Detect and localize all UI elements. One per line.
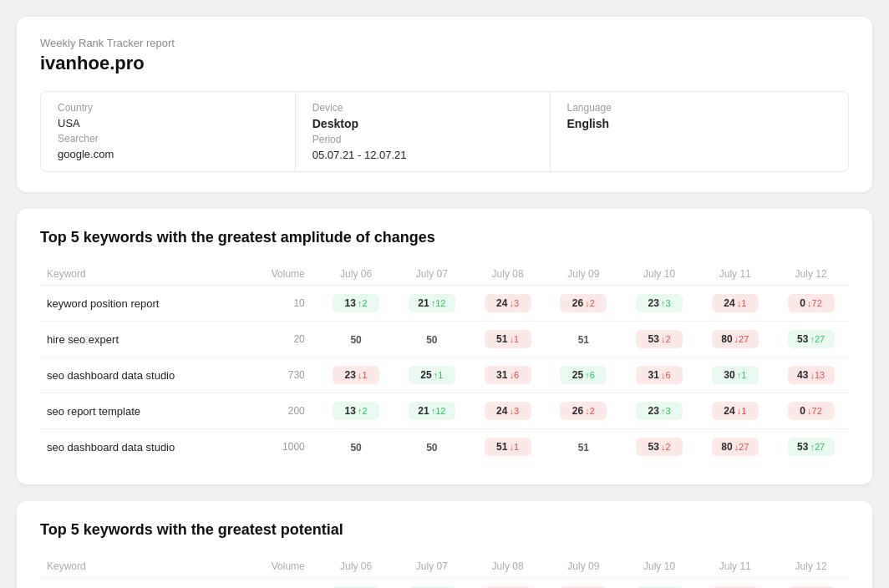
cell-green: 53 ↑27 xyxy=(788,330,835,348)
cell-green: 13 ↑2 xyxy=(333,402,379,420)
table-row: keyword position report10 13 ↑2 21 ↑12 2… xyxy=(40,578,849,589)
table-row: seo dashboard data studio730 23 ↓1 25 ↑1… xyxy=(40,357,849,393)
data-cell-2: 51 ↓1 xyxy=(470,429,546,465)
data-cell-1: 21 ↑12 xyxy=(394,578,470,589)
cell-plain: 50 xyxy=(409,442,455,454)
potential-header-row: Keyword Volume July 06 July 07 July 08 J… xyxy=(40,555,849,578)
searcher-value: google.com xyxy=(58,148,278,160)
data-cell-1: 21 ↑12 xyxy=(394,393,470,429)
cell-red: 80 ↓27 xyxy=(712,330,759,348)
cell-red: 26 ↓2 xyxy=(560,294,607,312)
col-keyword: Keyword xyxy=(40,263,251,286)
data-cell-0: 13 ↑2 xyxy=(318,286,394,322)
cell-red: 43 ↓13 xyxy=(788,366,835,384)
keyword-cell: hire seo expert xyxy=(40,322,251,357)
volume-cell: 20 xyxy=(251,322,318,357)
table-row: seo report template200 13 ↑2 21 ↑12 24 ↓… xyxy=(40,393,849,429)
report-subtitle: Weekly Rank Tracker report xyxy=(40,37,849,49)
data-cell-6: 0 ↓72 xyxy=(773,393,849,429)
data-cell-3: 51 xyxy=(546,429,622,465)
data-cell-6: 0 ↓72 xyxy=(773,578,849,589)
report-header-card: Weekly Rank Tracker report ivanhoe.pro C… xyxy=(17,17,872,192)
data-cell-4: 53 ↓2 xyxy=(622,322,698,357)
data-cell-4: 23 ↑3 xyxy=(622,393,698,429)
meta-language: Language English xyxy=(551,92,849,171)
data-cell-2: 51 ↓1 xyxy=(470,322,546,357)
keyword-cell: seo dashboard data studio xyxy=(40,357,251,393)
potential-title: Top 5 keywords with the greatest potenti… xyxy=(40,521,849,539)
data-cell-5: 30 ↑1 xyxy=(697,357,773,393)
amplitude-table: Keyword Volume July 06 July 07 July 08 J… xyxy=(40,263,849,464)
data-cell-4: 53 ↓2 xyxy=(622,429,698,465)
table-row: seo dashboard data studio10005050 51 ↓1 … xyxy=(40,429,849,465)
data-cell-5: 80 ↓27 xyxy=(697,322,773,357)
col-jul09: July 09 xyxy=(546,555,622,578)
cell-red: 80 ↓27 xyxy=(712,438,759,456)
col-jul11: July 11 xyxy=(697,263,773,286)
data-cell-6: 53 ↑27 xyxy=(773,429,849,465)
period-value: 05.07.21 - 12.07.21 xyxy=(312,149,533,161)
data-cell-3: 25 ↑6 xyxy=(546,357,622,393)
data-cell-2: 24 ↓3 xyxy=(470,393,546,429)
cell-green: 30 ↑1 xyxy=(712,366,759,384)
data-cell-2: 24 ↓3 xyxy=(470,578,546,589)
cell-red: 51 ↓1 xyxy=(485,438,531,456)
col-jul06: July 06 xyxy=(318,263,394,286)
data-cell-1: 50 xyxy=(394,322,470,357)
cell-green: 25 ↑1 xyxy=(409,366,455,384)
cell-green: 23 ↑3 xyxy=(636,294,683,312)
data-cell-4: 23 ↑3 xyxy=(622,286,698,322)
col-jul11: July 11 xyxy=(697,555,773,578)
potential-table: Keyword Volume July 06 July 07 July 08 J… xyxy=(40,555,849,588)
data-cell-0: 23 ↓1 xyxy=(318,357,394,393)
col-jul08: July 08 xyxy=(470,555,546,578)
data-cell-6: 53 ↑27 xyxy=(773,322,849,357)
amplitude-thead: Keyword Volume July 06 July 07 July 08 J… xyxy=(40,263,849,286)
country-label: Country xyxy=(58,102,278,114)
searcher-label: Searcher xyxy=(58,133,278,144)
potential-tbody: keyword position report10 13 ↑2 21 ↑12 2… xyxy=(40,578,849,589)
data-cell-5: 80 ↓27 xyxy=(697,429,773,465)
data-cell-6: 0 ↓72 xyxy=(773,286,849,322)
col-volume: Volume xyxy=(251,555,318,578)
data-cell-3: 26 ↓2 xyxy=(546,578,622,589)
amplitude-tbody: keyword position report10 13 ↑2 21 ↑12 2… xyxy=(40,286,849,465)
cell-red: 31 ↓6 xyxy=(485,366,531,384)
col-volume: Volume xyxy=(251,263,318,286)
amplitude-header-row: Keyword Volume July 06 July 07 July 08 J… xyxy=(40,263,849,286)
data-cell-0: 13 ↑2 xyxy=(318,393,394,429)
keyword-cell: seo report template xyxy=(40,393,251,429)
table-row: keyword position report10 13 ↑2 21 ↑12 2… xyxy=(40,286,849,322)
cell-red: 24 ↓3 xyxy=(485,294,531,312)
data-cell-5: 24 ↓1 xyxy=(697,578,773,589)
country-value: USA xyxy=(58,117,278,129)
cell-plain: 50 xyxy=(333,334,379,346)
cell-green: 25 ↑6 xyxy=(560,366,607,384)
cell-red: 24 ↓1 xyxy=(712,294,759,312)
data-cell-0: 13 ↑2 xyxy=(318,578,394,589)
data-cell-1: 21 ↑12 xyxy=(394,286,470,322)
data-cell-1: 25 ↑1 xyxy=(394,357,470,393)
cell-plain: 51 xyxy=(560,334,607,346)
data-cell-0: 50 xyxy=(318,322,394,357)
potential-card: Top 5 keywords with the greatest potenti… xyxy=(17,501,872,588)
device-label: Device xyxy=(312,102,533,114)
keyword-cell: keyword position report xyxy=(40,286,251,322)
cell-red: 23 ↓1 xyxy=(333,366,379,384)
data-cell-4: 23 ↑3 xyxy=(622,578,698,589)
cell-red: 24 ↓3 xyxy=(485,402,531,420)
volume-cell: 730 xyxy=(251,357,318,393)
cell-plain: 51 xyxy=(560,442,607,454)
col-jul12: July 12 xyxy=(773,555,849,578)
data-cell-5: 24 ↓1 xyxy=(697,393,773,429)
data-cell-3: 26 ↓2 xyxy=(546,286,622,322)
meta-device: Device Desktop Period 05.07.21 - 12.07.2… xyxy=(296,92,551,171)
data-cell-3: 26 ↓2 xyxy=(546,393,622,429)
cell-red: 26 ↓2 xyxy=(560,402,607,420)
data-cell-4: 31 ↓6 xyxy=(622,357,698,393)
report-domain: ivanhoe.pro xyxy=(40,53,849,74)
cell-green: 53 ↑27 xyxy=(788,438,835,456)
data-cell-2: 31 ↓6 xyxy=(470,357,546,393)
meta-row: Country USA Searcher google.com Device D… xyxy=(40,91,849,172)
col-jul07: July 07 xyxy=(394,555,470,578)
